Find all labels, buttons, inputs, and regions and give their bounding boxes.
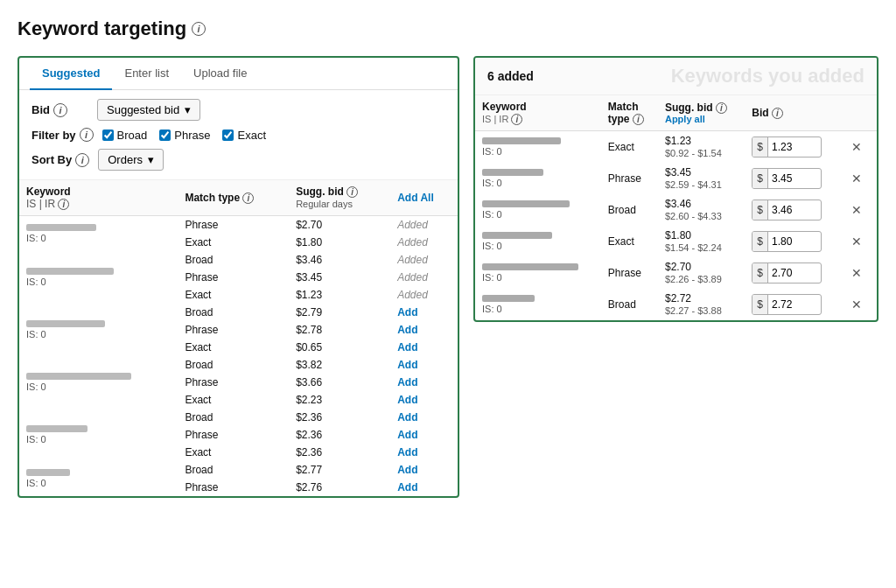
keywords-you-added-watermark: Keywords you added [671,65,864,88]
action-cell[interactable]: Add [390,304,458,321]
remove-button[interactable]: ✕ [848,170,865,187]
add-all-button[interactable]: Add All [397,192,434,204]
dollar-prefix: $ [752,295,768,314]
right-bid-col-info[interactable]: i [772,108,783,119]
sort-dropdown[interactable]: Orders ▾ [98,149,164,171]
remove-button[interactable]: ✕ [848,138,865,156]
keyword-cell: IS: 0 [19,251,178,304]
add-button[interactable]: Add [397,376,417,388]
add-button[interactable]: Add [397,481,417,494]
action-cell[interactable]: Add [390,356,458,374]
right-remove-cell[interactable]: ✕ [841,289,877,320]
match-type-col-info[interactable]: i [242,192,254,204]
bid-input-wrapper[interactable]: $ [752,168,822,189]
bid-input[interactable] [768,263,808,283]
sugg-bid-cell: $3.66 [289,374,390,391]
bid-input[interactable] [768,232,808,251]
bid-input[interactable] [768,169,808,188]
right-remove-cell[interactable]: ✕ [841,226,877,257]
right-sugg-bid-col-info[interactable]: i [716,102,727,114]
sugg-bid-cell: $3.82 [289,356,390,374]
bid-input-wrapper[interactable]: $ [752,136,822,158]
sort-chevron-icon: ▾ [148,153,154,166]
filter-phrase[interactable]: Phrase [159,129,210,142]
sugg-bid-cell: $2.23 [289,391,390,409]
dollar-prefix: $ [752,200,768,220]
title-info-icon[interactable]: i [192,22,206,36]
add-button[interactable]: Add [397,341,417,354]
add-button[interactable]: Add [397,394,417,406]
bid-input[interactable] [768,200,808,220]
right-header: 6 added Keywords you added [475,58,877,95]
right-col-bid: Bid i [745,95,841,131]
bid-input-wrapper[interactable]: $ [752,262,822,284]
col-match-type: Match type i [178,180,289,216]
right-bid-cell[interactable]: $ [745,163,841,194]
dollar-prefix: $ [752,169,768,188]
right-match-col-info[interactable]: i [633,114,644,125]
sugg-bid-col-info[interactable]: i [346,186,358,198]
filter-info-icon[interactable]: i [80,128,94,142]
tab-enter-list[interactable]: Enter list [112,58,181,90]
right-remove-cell[interactable]: ✕ [841,131,877,164]
action-cell: Added [390,216,458,234]
right-remove-cell[interactable]: ✕ [841,257,877,289]
bid-input[interactable] [768,295,808,314]
keyword-cell: IS: 0 [19,304,178,356]
remove-button[interactable]: ✕ [848,264,865,282]
add-button[interactable]: Add [397,446,417,458]
sort-info-icon[interactable]: i [75,153,89,167]
match-type-cell: Broad [178,251,289,269]
right-remove-cell[interactable]: ✕ [841,194,877,226]
keyword-col-info[interactable]: i [58,199,69,210]
bid-dropdown[interactable]: Suggested bid ▾ [97,99,200,121]
bid-input[interactable] [768,137,808,157]
remove-button[interactable]: ✕ [848,201,865,219]
keyword-cell: IS: 0 [19,356,178,409]
tab-upload-file[interactable]: Upload file [181,58,259,90]
action-cell[interactable]: Add [390,479,458,496]
bid-input-wrapper[interactable]: $ [752,200,822,220]
remove-button[interactable]: ✕ [848,233,865,250]
filter-exact[interactable]: Exact [222,129,266,142]
bid-input-wrapper[interactable]: $ [752,231,822,252]
action-cell[interactable]: Add [390,461,458,479]
sugg-bid-cell: $2.70 [289,216,390,234]
right-bid-cell[interactable]: $ [745,226,841,257]
add-button[interactable]: Add [397,464,417,476]
right-col-keyword: KeywordIS | IR i [475,95,601,131]
action-cell[interactable]: Add [390,339,458,356]
right-sugg-bid-cell: $1.23$0.92 - $1.54 [658,131,745,164]
add-button[interactable]: Add [397,411,417,424]
action-cell[interactable]: Add [390,426,458,444]
apply-all-link[interactable]: Apply all [665,114,738,124]
action-cell[interactable]: Add [390,321,458,339]
bid-input-wrapper[interactable]: $ [752,294,822,315]
bid-info-icon[interactable]: i [53,103,67,117]
action-cell[interactable]: Add [390,409,458,426]
right-bid-cell[interactable]: $ [745,257,841,289]
right-keyword-cell: IS: 0 [475,131,601,164]
match-type-cell: Broad [178,461,289,479]
right-remove-cell[interactable]: ✕ [841,163,877,194]
keyword-bar [26,425,88,432]
add-button[interactable]: Add [397,429,417,441]
right-bid-cell[interactable]: $ [745,289,841,320]
keyword-bar [482,169,543,176]
action-cell[interactable]: Add [390,374,458,391]
left-panel: Suggested Enter list Upload file Bid i S… [18,56,459,498]
keyword-bar [482,200,570,207]
tab-suggested[interactable]: Suggested [30,58,112,90]
right-bid-cell[interactable]: $ [745,194,841,226]
action-cell[interactable]: Add [390,444,458,461]
action-cell[interactable]: Add [390,391,458,409]
right-bid-cell[interactable]: $ [745,131,841,164]
add-button[interactable]: Add [397,306,417,318]
right-match-type-cell: Phrase [601,163,658,194]
add-button[interactable]: Add [397,359,417,371]
bid-label: Bid i [32,103,88,117]
remove-button[interactable]: ✕ [848,296,865,313]
filter-broad[interactable]: Broad [102,129,148,142]
add-button[interactable]: Add [397,324,417,336]
right-keyword-col-info[interactable]: i [511,114,522,125]
